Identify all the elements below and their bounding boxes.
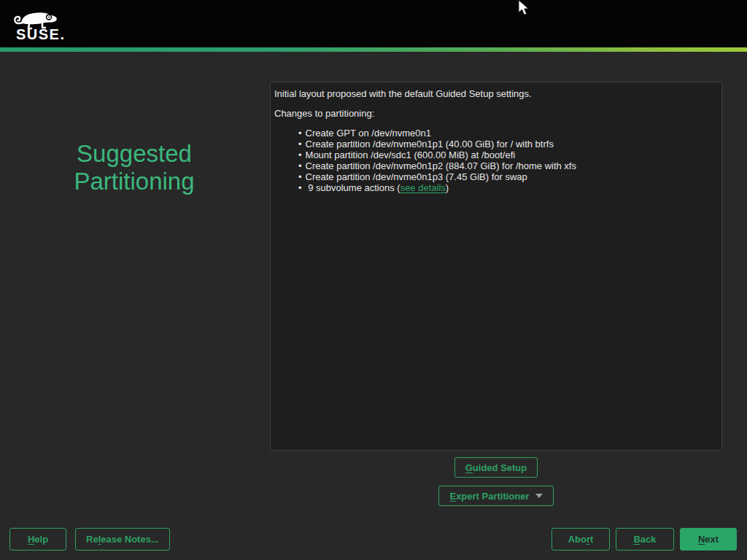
release-notes-button[interactable]: Release Notes... bbox=[75, 528, 170, 551]
subvolume-text-prefix: 9 subvolume actions ( bbox=[308, 182, 400, 193]
list-item: Create partition /dev/nvme0n1p1 (40.00 G… bbox=[298, 139, 718, 149]
partitioning-proposal-panel: Initial layout proposed with the default… bbox=[270, 82, 722, 451]
page-title-line2: Partitioning bbox=[0, 168, 268, 195]
list-item: Create GPT on /dev/nvme0n1 bbox=[298, 128, 718, 139]
help-button[interactable]: Help bbox=[9, 528, 66, 551]
footer-left-buttons: Help Release Notes... bbox=[9, 528, 170, 551]
page-title: Suggested Partitioning bbox=[0, 140, 268, 195]
suse-wordmark: SUSE. bbox=[16, 26, 66, 43]
abort-button[interactable]: Abort bbox=[551, 528, 610, 551]
proposal-intro-text: Initial layout proposed with the default… bbox=[274, 88, 718, 99]
list-item: Mount partition /dev/sdc1 (600.00 MiB) a… bbox=[298, 149, 718, 160]
partitioning-changes-list: Create GPT on /dev/nvme0n1 Create partit… bbox=[298, 128, 718, 193]
list-item: Create partition /dev/nvme0n1p2 (884.07 … bbox=[298, 160, 718, 171]
brand-gradient-divider bbox=[0, 47, 747, 52]
subvolume-text-suffix: ) bbox=[446, 182, 449, 193]
changes-label: Changes to partitioning: bbox=[274, 108, 718, 119]
suse-logo: SUSE. bbox=[9, 7, 67, 42]
footer-right-buttons: Abort Back Next bbox=[551, 528, 737, 551]
list-item: Create partition /dev/nvme0n1p3 (7.45 Gi… bbox=[298, 171, 718, 182]
see-details-link[interactable]: see details bbox=[400, 182, 446, 193]
proposal-actions: Guided Setup Expert Partitioner bbox=[270, 457, 722, 506]
page-title-line1: Suggested bbox=[0, 140, 268, 168]
header-bar: SUSE. bbox=[0, 0, 747, 47]
list-item-subvolumes: 9 subvolume actions (see details) bbox=[298, 182, 718, 193]
back-button[interactable]: Back bbox=[616, 528, 674, 551]
next-button[interactable]: Next bbox=[680, 528, 737, 551]
chevron-down-icon bbox=[535, 494, 543, 498]
guided-setup-button[interactable]: Guided Setup bbox=[454, 457, 538, 478]
installer-window: { "header": { "logo_text": "SUSE.", "log… bbox=[0, 0, 747, 560]
expert-partitioner-button[interactable]: Expert Partitioner bbox=[438, 486, 553, 506]
